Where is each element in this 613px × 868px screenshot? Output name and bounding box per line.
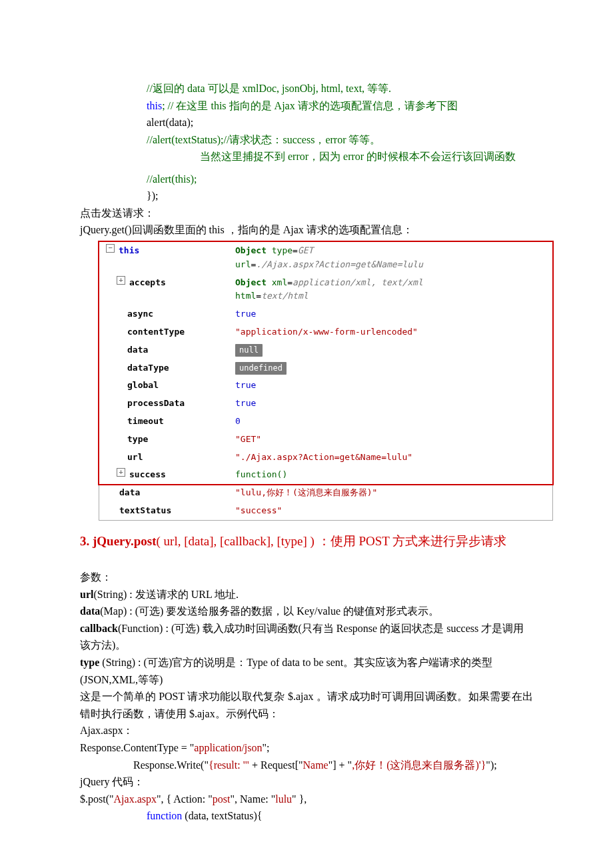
debugger-this-box: −this Object type=GET url=./Ajax.aspx?Ac… (99, 242, 552, 484)
code-line: alert(data); (147, 114, 533, 131)
dbg-key: this (119, 244, 139, 258)
dbg-val: Object xml=application/xml, text/xml htm… (233, 274, 552, 306)
dbg-val: true (233, 395, 552, 413)
param-callback: callback(Function) : (可选) 载入成功时回调函数(只有当 … (80, 620, 533, 654)
dbg-key: contentType (127, 325, 185, 339)
keyword-this: this (147, 100, 162, 111)
dbg-key: global (127, 379, 159, 393)
dbg-key: url (127, 451, 143, 465)
debugger-panel: −this Object type=GET url=./Ajax.aspx?Ac… (99, 241, 553, 521)
dbg-key: accepts (129, 276, 166, 290)
code-line: //返回的 data 可以是 xmlDoc, jsonObj, html, te… (147, 80, 533, 97)
code-line: //alert(textStatus);//请求状态：success，error… (147, 131, 533, 149)
code-line: Response.Write("{result: '" + Request["N… (80, 757, 533, 774)
tree-expand-icon[interactable]: + (117, 468, 125, 477)
dbg-key: type (127, 433, 148, 447)
post-desc: 这是一个简单的 POST 请求功能以取代复杂 $.ajax 。请求成功时可调用回… (80, 688, 533, 722)
dbg-key: dataType (127, 361, 169, 375)
param-type: type (String) : (可选)官方的说明是：Type of data … (80, 654, 533, 688)
code-line: Response.ContentType = "application/json… (80, 739, 533, 757)
dbg-key: data (119, 486, 140, 500)
dbg-val: true (233, 305, 552, 323)
aspx-label: Ajax.aspx： (80, 722, 533, 739)
dbg-val: "./Ajax.aspx?Action=get&Name=lulu" (233, 449, 552, 467)
code-block-get-callback: //返回的 data 可以是 xmlDoc, jsonObj, html, te… (80, 80, 533, 205)
param-data: data(Map) : (可选) 要发送给服务器的数据，以 Key/value … (80, 603, 533, 620)
text-get-this: jQuery.get()回调函数里面的 this ，指向的是 Ajax 请求的选… (80, 221, 533, 239)
dbg-val: null (233, 341, 552, 359)
jquery-code-label: jQuery 代码： (80, 773, 533, 791)
dbg-key: textStatus (119, 504, 171, 518)
code-line: this; // 在这里 this 指向的是 Ajax 请求的选项配置信息，请参… (147, 97, 533, 115)
dbg-val: undefined (233, 359, 552, 377)
param-url: url(String) : 发送请求的 URL 地址. (80, 586, 533, 603)
page: //返回的 data 可以是 xmlDoc, jsonObj, html, te… (0, 0, 613, 868)
code-line: $.post("Ajax.aspx", { Action: "post", Na… (80, 791, 533, 808)
code-line: }); (147, 187, 533, 205)
dbg-val: true (233, 377, 552, 395)
dbg-val: "success" (233, 502, 552, 520)
dbg-key: data (127, 343, 148, 357)
dbg-val: "lulu,你好！(这消息来自服务器)" (233, 484, 552, 502)
dbg-val: "application/x-www-form-urlencoded" (233, 323, 552, 341)
dbg-key: success (129, 468, 166, 482)
dbg-key: processData (127, 397, 185, 411)
code-line: //alert(this); (147, 171, 533, 188)
code-line: 当然这里捕捉不到 error，因为 error 的时候根本不会运行该回调函数 (80, 148, 533, 170)
dbg-key: async (127, 307, 153, 321)
dbg-val: function() (233, 466, 552, 484)
dbg-val: "GET" (233, 431, 552, 449)
dbg-key: timeout (127, 415, 164, 429)
dbg-val: Object type=GET url=./Ajax.aspx?Action=g… (233, 242, 552, 274)
tree-expand-icon[interactable]: + (117, 276, 125, 285)
code-line: function (data, textStatus){ (80, 807, 533, 825)
code-comment: ; // 在这里 this 指向的是 Ajax 请求的选项配置信息，请参考下图 (162, 100, 458, 111)
params-label: 参数： (80, 569, 533, 586)
section-heading-jquery-post: 3. jQuery.post( url, [data], [callback],… (80, 531, 533, 551)
tree-collapse-icon[interactable]: − (106, 244, 115, 253)
text-click-send: 点击发送请求： (80, 205, 533, 222)
dbg-val: 0 (233, 413, 552, 431)
